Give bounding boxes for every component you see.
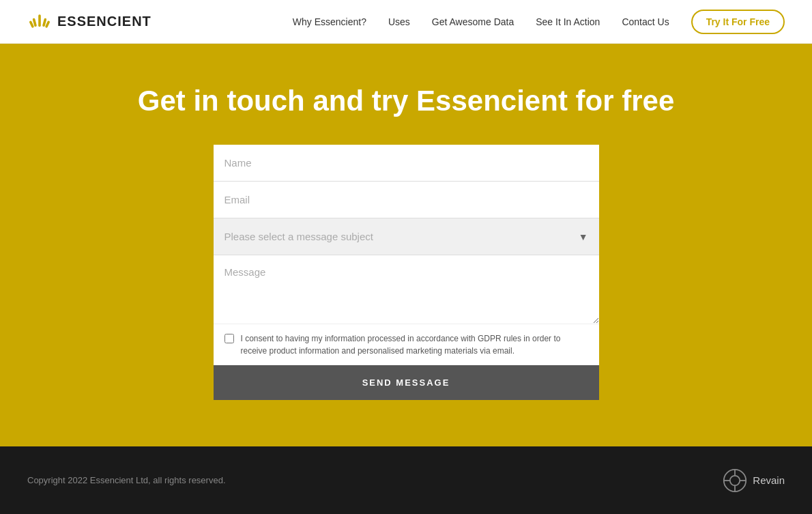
consent-checkbox[interactable] — [224, 334, 234, 343]
logo[interactable]: ESSENCIENT — [27, 10, 151, 34]
revain-label: Revain — [753, 474, 785, 486]
email-input[interactable] — [214, 182, 599, 218]
revain-badge: Revain — [723, 468, 785, 493]
revain-icon — [723, 468, 747, 493]
nav-uses[interactable]: Uses — [388, 16, 410, 27]
contact-form: Please select a message subject General … — [214, 145, 599, 400]
nav-why[interactable]: Why Essencient? — [293, 16, 366, 27]
copyright-text: Copyright 2022 Essencient Ltd, all right… — [27, 475, 226, 485]
message-textarea[interactable] — [214, 255, 599, 324]
logo-text: ESSENCIENT — [57, 14, 151, 29]
svg-rect-0 — [38, 14, 41, 27]
svg-point-6 — [730, 475, 740, 485]
logo-icon — [27, 10, 52, 34]
name-input[interactable] — [214, 145, 599, 182]
page-heading: Get in touch and try Essencient for free — [138, 85, 675, 117]
try-free-button[interactable]: Try It For Free — [691, 10, 785, 34]
main-section: Get in touch and try Essencient for free… — [0, 44, 812, 446]
site-footer: Copyright 2022 Essencient Ltd, all right… — [0, 446, 812, 514]
consent-row: I consent to having my information proce… — [214, 324, 599, 365]
main-nav: Why Essencient? Uses Get Awesome Data Se… — [293, 10, 785, 34]
nav-contact[interactable]: Contact Us — [622, 16, 669, 27]
subject-select[interactable]: Please select a message subject General … — [214, 218, 599, 255]
nav-data[interactable]: Get Awesome Data — [432, 16, 514, 27]
send-message-button[interactable]: SEND MESSAGE — [214, 365, 599, 400]
subject-select-wrapper: Please select a message subject General … — [214, 218, 599, 255]
site-header: ESSENCIENT Why Essencient? Uses Get Awes… — [0, 0, 812, 44]
nav-action[interactable]: See It In Action — [536, 16, 600, 27]
consent-label: I consent to having my information proce… — [241, 332, 588, 357]
